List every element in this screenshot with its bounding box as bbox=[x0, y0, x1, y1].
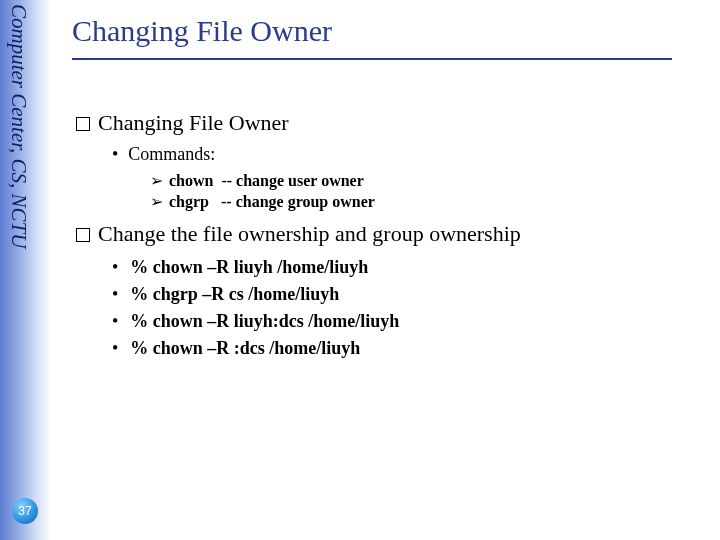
page-number: 37 bbox=[18, 504, 31, 518]
example-1: •% chgrp –R cs /home/liuyh bbox=[112, 284, 700, 305]
sidebar-org-text: Computer Center, CS, NCTU bbox=[6, 4, 31, 248]
sub-label-text: Commands: bbox=[128, 144, 215, 164]
cmd-item-1: ➢chgrp -- change group owner bbox=[150, 192, 700, 211]
page-title: Changing File Owner bbox=[72, 14, 700, 48]
cmd-name-1: chgrp bbox=[169, 193, 209, 210]
section-heading-1: Changing File Owner bbox=[76, 110, 700, 136]
cmd-sep-1: -- bbox=[221, 193, 236, 210]
section-heading-1-text: Changing File Owner bbox=[98, 110, 289, 135]
cmd-desc-0: change user owner bbox=[236, 172, 364, 189]
bullet-dot-icon: • bbox=[112, 144, 118, 164]
cmd-name-0: chown bbox=[169, 172, 213, 189]
example-0-text: % chown –R liuyh /home/liuyh bbox=[130, 257, 368, 277]
bullet-dot-icon: • bbox=[112, 338, 118, 358]
content: Changing File Owner •Commands: ➢chown --… bbox=[76, 110, 700, 365]
sidebar-org: Computer Center, CS, NCTU bbox=[6, 4, 46, 324]
bullet-dot-icon: • bbox=[112, 284, 118, 304]
arrow-bullet-icon: ➢ bbox=[150, 193, 163, 210]
cmd-desc-1: change group owner bbox=[236, 193, 375, 210]
sub-label: •Commands: bbox=[112, 144, 700, 165]
title-area: Changing File Owner bbox=[72, 14, 700, 60]
sidebar-gradient: Computer Center, CS, NCTU bbox=[0, 0, 52, 540]
page-number-badge: 37 bbox=[12, 498, 38, 524]
example-3: •% chown –R :dcs /home/liuyh bbox=[112, 338, 700, 359]
title-rule bbox=[72, 58, 672, 60]
cmd-sep-0: -- bbox=[221, 172, 236, 189]
example-1-text: % chgrp –R cs /home/liuyh bbox=[130, 284, 339, 304]
bullet-dot-icon: • bbox=[112, 311, 118, 331]
example-2: •% chown –R liuyh:dcs /home/liuyh bbox=[112, 311, 700, 332]
cmd-item-0: ➢chown -- change user owner bbox=[150, 171, 700, 190]
square-bullet-icon bbox=[76, 228, 90, 242]
arrow-bullet-icon: ➢ bbox=[150, 172, 163, 189]
section-heading-2: Change the file ownership and group owne… bbox=[76, 221, 700, 247]
bullet-dot-icon: • bbox=[112, 257, 118, 277]
example-2-text: % chown –R liuyh:dcs /home/liuyh bbox=[130, 311, 399, 331]
section-heading-2-text: Change the file ownership and group owne… bbox=[98, 221, 521, 246]
example-0: •% chown –R liuyh /home/liuyh bbox=[112, 257, 700, 278]
square-bullet-icon bbox=[76, 117, 90, 131]
example-3-text: % chown –R :dcs /home/liuyh bbox=[130, 338, 360, 358]
